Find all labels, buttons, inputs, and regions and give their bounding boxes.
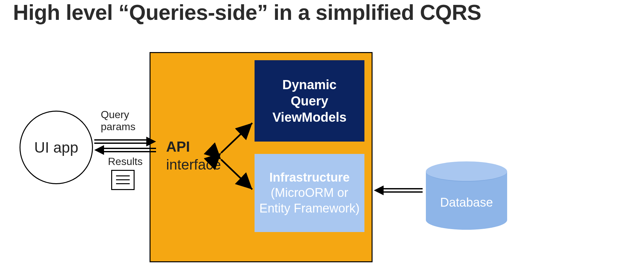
api-subtitle: interface <box>166 157 221 172</box>
viewmodels-box: Dynamic Query ViewModels <box>255 60 364 142</box>
ui-app-label: UI app <box>34 139 78 156</box>
diagram-title: High level “Queries-side” in a simplifie… <box>13 0 481 25</box>
api-label: API interface <box>166 138 221 173</box>
results-document-icon <box>111 170 135 190</box>
infrastructure-sub2: Entity Framework) <box>259 201 360 216</box>
arrow-results <box>94 145 156 155</box>
arrow-database-to-infrastructure <box>374 185 423 195</box>
diagram-canvas: High level “Queries-side” in a simplifie… <box>0 0 644 274</box>
database-label: Database <box>426 196 507 210</box>
infrastructure-sub1: (MicroORM or <box>259 185 360 201</box>
infrastructure-box: Infrastructure (MicroORM or Entity Frame… <box>255 154 364 232</box>
query-params-label: Query params <box>101 109 136 133</box>
results-label: Results <box>108 156 143 168</box>
viewmodels-line3: ViewModels <box>272 110 347 124</box>
infrastructure-title: Infrastructure <box>259 170 360 185</box>
database-node: Database <box>426 161 507 230</box>
query-params-text: Query params <box>101 109 136 132</box>
viewmodels-line2: Query <box>291 94 328 108</box>
viewmodels-line1: Dynamic <box>283 77 337 92</box>
api-title: API <box>166 139 190 155</box>
api-container: API interface Dynamic Query ViewModels I… <box>150 52 373 262</box>
arrow-query-params <box>94 137 156 146</box>
ui-app-node: UI app <box>20 111 93 184</box>
